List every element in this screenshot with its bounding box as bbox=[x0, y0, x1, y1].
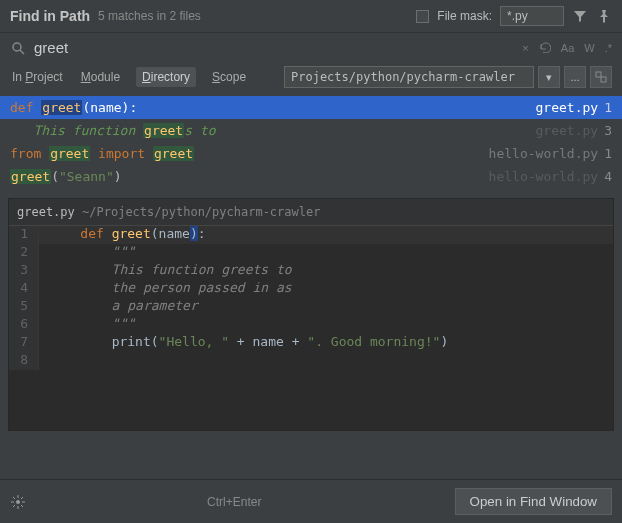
recursive-toggle-icon[interactable] bbox=[590, 66, 612, 88]
result-row[interactable]: def greet(name): greet.py1 bbox=[0, 96, 622, 119]
path-dropdown-icon[interactable]: ▾ bbox=[538, 66, 560, 88]
dialog-title: Find in Path bbox=[10, 8, 90, 24]
match-case-toggle[interactable]: Aa bbox=[561, 42, 574, 54]
scope-tab-project[interactable]: In In ProjectProject bbox=[10, 67, 65, 87]
scope-tab-directory[interactable]: Directory bbox=[136, 67, 196, 87]
preview-pane: greet.py ~/Projects/python/pycharm-crawl… bbox=[8, 198, 614, 431]
result-row[interactable]: This function greets to greet.py3 bbox=[0, 119, 622, 142]
match-summary: 5 matches in 2 files bbox=[98, 9, 416, 23]
svg-point-4 bbox=[16, 500, 20, 504]
result-row[interactable]: greet("Seann") hello-world.py4 bbox=[0, 165, 622, 188]
preview-filename: greet.py bbox=[17, 205, 75, 219]
filemask-input[interactable] bbox=[500, 6, 564, 26]
browse-button[interactable]: ... bbox=[564, 66, 586, 88]
words-toggle[interactable]: W bbox=[584, 42, 594, 54]
directory-path-input[interactable] bbox=[284, 66, 534, 88]
pin-icon[interactable] bbox=[596, 8, 612, 24]
code-preview[interactable]: 1 def greet(name): 2 """ 3 This function… bbox=[9, 225, 613, 430]
svg-point-0 bbox=[13, 43, 21, 51]
regex-toggle[interactable]: .* bbox=[605, 42, 612, 54]
results-list: def greet(name): greet.py1 This function… bbox=[0, 96, 622, 188]
clear-search-icon[interactable]: × bbox=[522, 42, 528, 54]
shortcut-hint: Ctrl+Enter bbox=[207, 495, 261, 509]
filter-icon[interactable] bbox=[572, 8, 588, 24]
svg-rect-3 bbox=[601, 77, 606, 82]
svg-line-1 bbox=[20, 50, 24, 54]
history-icon[interactable] bbox=[539, 41, 551, 55]
result-row[interactable]: from greet import greet hello-world.py1 bbox=[0, 142, 622, 165]
svg-rect-2 bbox=[596, 72, 601, 77]
open-in-find-window-button[interactable]: Open in Find Window bbox=[455, 488, 612, 515]
search-icon bbox=[10, 40, 26, 56]
filemask-label: File mask: bbox=[437, 9, 492, 23]
scope-tab-module[interactable]: Module bbox=[79, 67, 122, 87]
filemask-checkbox[interactable] bbox=[416, 10, 429, 23]
settings-icon[interactable] bbox=[10, 494, 26, 510]
search-input[interactable] bbox=[34, 39, 514, 56]
scope-tab-scope[interactable]: Scope bbox=[210, 67, 248, 87]
